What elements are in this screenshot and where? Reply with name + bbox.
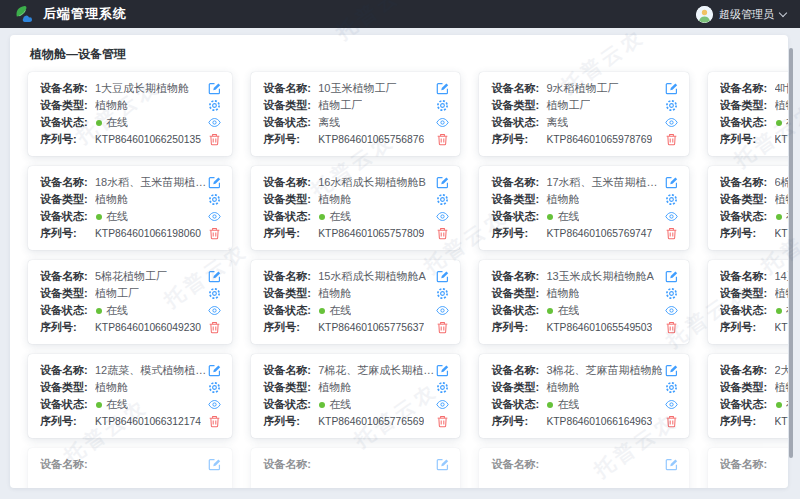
view-eye-icon[interactable] xyxy=(665,116,678,129)
view-eye-icon[interactable] xyxy=(208,210,221,223)
device-status-row: 设备状态: 在线 xyxy=(491,303,662,318)
edit-icon[interactable] xyxy=(208,364,221,377)
delete-trash-icon[interactable] xyxy=(436,133,449,146)
device-type-label: 设备类型: xyxy=(263,192,318,207)
device-name-label: 设备名称: xyxy=(491,175,546,190)
settings-gear-icon[interactable] xyxy=(208,287,221,300)
scrollbar-thumb[interactable] xyxy=(789,48,793,458)
serial-value: KTP864601066198060 xyxy=(95,226,201,241)
delete-trash-icon[interactable] xyxy=(436,227,449,240)
device-status-value: 在线 xyxy=(557,397,579,412)
device-type-label: 设备类型: xyxy=(491,98,546,113)
delete-trash-icon[interactable] xyxy=(665,415,678,428)
view-eye-icon[interactable] xyxy=(436,210,449,223)
serial-label: 序列号: xyxy=(40,132,95,147)
device-card: 设备名称: 5棉花植物工厂 设备类型: 植物工厂 设备状态: 在线 序列号: K… xyxy=(28,260,232,344)
settings-gear-icon[interactable] xyxy=(436,287,449,300)
edit-icon[interactable] xyxy=(665,176,678,189)
delete-trash-icon[interactable] xyxy=(665,321,678,334)
device-type-row: 设备类型: 植物工厂 xyxy=(263,98,434,113)
chevron-down-icon xyxy=(779,8,787,16)
edit-icon[interactable] xyxy=(208,82,221,95)
view-eye-icon[interactable] xyxy=(436,398,449,411)
edit-icon[interactable] xyxy=(665,82,678,95)
view-eye-icon[interactable] xyxy=(208,398,221,411)
delete-trash-icon[interactable] xyxy=(436,321,449,334)
serial-label: 序列号: xyxy=(40,414,95,429)
serial-row: 序列号: KTP864601065775637 xyxy=(263,320,434,335)
delete-trash-icon[interactable] xyxy=(436,415,449,428)
edit-icon[interactable] xyxy=(665,364,678,377)
settings-gear-icon[interactable] xyxy=(665,193,678,206)
device-name-value: 16水稻成长期植物舱B xyxy=(318,175,426,190)
serial-value: KTP864601065978769 xyxy=(546,132,652,147)
edit-icon[interactable] xyxy=(436,270,449,283)
device-name-row: 设备名称: xyxy=(40,457,206,472)
device-name-value: 1大豆成长期植物舱 xyxy=(95,81,189,96)
view-eye-icon[interactable] xyxy=(665,398,678,411)
edit-icon[interactable] xyxy=(208,458,221,471)
serial-label: 序列号: xyxy=(491,226,546,241)
edit-icon[interactable] xyxy=(665,458,678,471)
device-name-row: 设备名称: 14玉米成长期植物舱B xyxy=(720,269,789,284)
view-eye-icon[interactable] xyxy=(208,304,221,317)
view-eye-icon[interactable] xyxy=(436,304,449,317)
settings-gear-icon[interactable] xyxy=(208,193,221,206)
settings-gear-icon[interactable] xyxy=(665,99,678,112)
edit-icon[interactable] xyxy=(436,364,449,377)
device-type-value: 植物舱 xyxy=(775,286,789,301)
device-name-row: 设备名称: 16水稻成长期植物舱B xyxy=(263,175,434,190)
serial-row: 序列号: KTP864601066250135 xyxy=(40,132,206,147)
device-name-value: 14玉米成长期植物舱B xyxy=(775,269,789,284)
edit-icon[interactable] xyxy=(436,82,449,95)
view-eye-icon[interactable] xyxy=(665,210,678,223)
settings-gear-icon[interactable] xyxy=(208,381,221,394)
serial-value: KTP864601065769747 xyxy=(546,226,652,241)
view-eye-icon[interactable] xyxy=(665,304,678,317)
device-status-label: 设备状态: xyxy=(720,303,775,318)
device-type-row: 设备类型: 植物舱 xyxy=(40,380,206,395)
device-card-partial: 设备名称: xyxy=(251,448,460,488)
delete-trash-icon[interactable] xyxy=(208,321,221,334)
edit-icon[interactable] xyxy=(436,176,449,189)
delete-trash-icon[interactable] xyxy=(208,227,221,240)
delete-trash-icon[interactable] xyxy=(665,227,678,240)
card-actions xyxy=(206,457,223,488)
device-status-row: 设备状态: 在线 xyxy=(720,209,789,224)
device-status-row: 设备状态: 在线 xyxy=(40,397,206,412)
settings-gear-icon[interactable] xyxy=(665,287,678,300)
online-dot xyxy=(776,214,782,220)
settings-gear-icon[interactable] xyxy=(436,99,449,112)
edit-icon[interactable] xyxy=(665,270,678,283)
edit-icon[interactable] xyxy=(208,176,221,189)
delete-trash-icon[interactable] xyxy=(208,415,221,428)
serial-value: KTP864601066012477 xyxy=(775,320,789,335)
user-menu[interactable]: 超级管理员 xyxy=(696,6,786,23)
serial-row: 序列号: KTP864601066012477 xyxy=(720,320,789,335)
card-actions xyxy=(663,81,680,147)
settings-gear-icon[interactable] xyxy=(436,193,449,206)
edit-icon[interactable] xyxy=(208,270,221,283)
serial-label: 序列号: xyxy=(263,320,318,335)
serial-row: 序列号: KTP864601066231952 xyxy=(720,414,789,429)
device-type-row: 设备类型: 植物舱 xyxy=(263,192,434,207)
user-name: 超级管理员 xyxy=(719,7,774,22)
device-type-value: 植物舱 xyxy=(318,380,351,395)
settings-gear-icon[interactable] xyxy=(208,99,221,112)
device-type-value: 植物工厂 xyxy=(95,286,139,301)
edit-icon[interactable] xyxy=(436,458,449,471)
serial-value: KTP864601066012402 xyxy=(775,226,789,241)
device-status-value: 离线 xyxy=(318,115,340,130)
serial-label: 序列号: xyxy=(491,320,546,335)
device-status-label: 设备状态: xyxy=(263,303,318,318)
delete-trash-icon[interactable] xyxy=(208,133,221,146)
view-eye-icon[interactable] xyxy=(436,116,449,129)
serial-label: 序列号: xyxy=(720,414,775,429)
device-type-value: 植物工厂 xyxy=(775,192,789,207)
view-eye-icon[interactable] xyxy=(208,116,221,129)
card-actions xyxy=(434,363,451,429)
online-dot xyxy=(319,402,325,408)
settings-gear-icon[interactable] xyxy=(665,381,678,394)
settings-gear-icon[interactable] xyxy=(436,381,449,394)
delete-trash-icon[interactable] xyxy=(665,133,678,146)
